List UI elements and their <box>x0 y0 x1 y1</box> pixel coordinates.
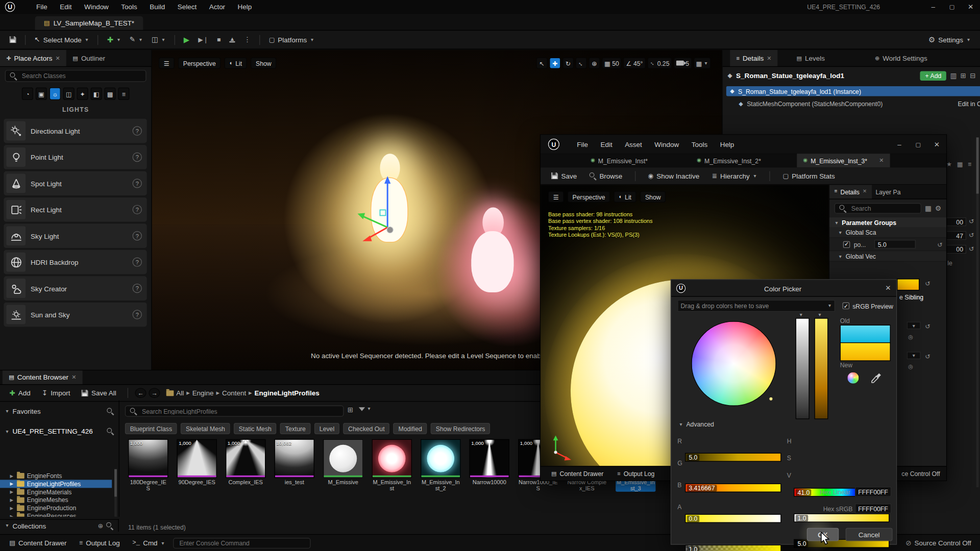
recently-placed-icon[interactable]: ◔ <box>22 87 33 99</box>
lock-icon[interactable]: ⊟ <box>970 72 975 79</box>
settings-dropdown[interactable]: ⚙ Settings▼ <box>924 32 975 47</box>
select-tool-icon[interactable]: ↖ <box>536 58 547 69</box>
select-mode-dropdown[interactable]: ↖ Select Mode▼ <box>30 32 93 47</box>
reset-icon[interactable]: ↺ <box>969 218 974 224</box>
cinematic-category-icon[interactable]: ◫ <box>63 87 75 99</box>
geometry-icon[interactable]: ◧ <box>91 87 102 99</box>
move-tool-icon[interactable]: ✚ <box>549 58 560 69</box>
all-classes-icon[interactable]: ≡ <box>118 87 129 99</box>
mat-menu-edit[interactable]: Edit <box>594 137 619 151</box>
mat-perspective-button[interactable]: Perspective <box>568 191 610 203</box>
rotate-tool-icon[interactable]: ↻ <box>562 58 574 69</box>
close-tab-icon[interactable]: ✕ <box>71 374 76 380</box>
basic-actors-icon[interactable]: ▣ <box>36 87 47 99</box>
asset-tile[interactable]: 1,000 90Degree_IES <box>177 439 217 486</box>
mat-menu-file[interactable]: File <box>571 137 594 151</box>
property-value-fragment[interactable]: 00 <box>944 245 966 254</box>
menu-file[interactable]: File <box>30 0 54 14</box>
mat-content-drawer-button[interactable]: ▤Content Drawer <box>547 468 607 479</box>
menu-window[interactable]: Window <box>78 0 115 14</box>
scalar-parameter-row[interactable]: ✓ po... 5.0 ↺ <box>829 238 946 252</box>
mat-platform-stats-button[interactable]: ▢Platform Stats <box>778 168 839 183</box>
volumes-icon[interactable]: ▩ <box>104 87 115 99</box>
tab-world-settings[interactable]: ⊕ World Settings <box>869 50 934 66</box>
texture-select-fragment[interactable]: ▼ <box>907 352 921 359</box>
visual-effects-icon[interactable]: ✦ <box>77 87 88 99</box>
add-collection-icon[interactable]: ⊕ <box>98 522 103 529</box>
breadcrumb-current[interactable]: EngineLightProfiles <box>255 389 320 397</box>
collections-header[interactable]: ▼ Collections ⊕ <box>0 519 119 532</box>
mat-lit-button[interactable]: ◐Lit <box>614 191 636 203</box>
lights-category-icon[interactable]: ☼ <box>50 87 61 99</box>
mat-viewport-menu-button[interactable]: ☰ <box>548 191 564 203</box>
reset-icon[interactable]: ↺ <box>925 323 930 330</box>
mat-output-log-button[interactable]: ≡Output Log <box>613 468 659 479</box>
menu-build[interactable]: Build <box>143 0 171 14</box>
forward-button[interactable]: → <box>149 388 160 398</box>
mat-save-button[interactable]: Save <box>547 168 581 183</box>
level-tab[interactable]: ▤ LV_SampleMap_B_TEST* <box>35 16 143 30</box>
mat-menu-tools[interactable]: Tools <box>685 137 714 151</box>
filter-chip[interactable]: Skeletal Mesh <box>181 423 230 434</box>
property-value-fragment[interactable]: 00 <box>944 217 966 226</box>
help-icon[interactable]: ? <box>133 179 142 188</box>
asset-tile[interactable]: 1,000 180Degree_IES <box>128 439 168 492</box>
menu-select[interactable]: Select <box>171 0 203 14</box>
parameter-value-field[interactable]: 5.0 <box>875 240 916 248</box>
frame-skip-button[interactable]: ▶❘ <box>194 32 213 47</box>
new-color-swatch[interactable] <box>840 342 891 361</box>
folder-row[interactable]: ▶EngineFonts <box>0 471 112 480</box>
parameter-groups-header[interactable]: ▼ Parameter Groups <box>829 217 946 228</box>
mat-show-button[interactable]: Show <box>640 191 666 203</box>
reset-icon[interactable]: ↺ <box>925 280 930 287</box>
light-item-rect[interactable]: Rect Light ? <box>4 197 146 222</box>
filter-chip[interactable]: Checked Out <box>343 423 389 434</box>
mat-browse-button[interactable]: Browse <box>585 168 627 183</box>
add-content-button[interactable]: ✚▼ <box>103 32 125 47</box>
help-icon[interactable]: ? <box>133 126 142 135</box>
menu-tools[interactable]: Tools <box>115 0 143 14</box>
cb-add-button[interactable]: ✚Add <box>5 387 35 399</box>
mat-minimize-button[interactable]: – <box>890 137 909 151</box>
close-button[interactable]: ✕ <box>961 0 980 14</box>
mat-hierarchy-dropdown[interactable]: ≣Hierarchy▼ <box>707 168 762 183</box>
viewport-layout-button[interactable]: ▦ ▼ <box>694 58 711 69</box>
output-log-button[interactable]: ≡Output Log <box>75 537 124 549</box>
light-item-sky[interactable]: Sky Light ? <box>4 223 146 248</box>
cb-search-bar[interactable] <box>125 406 344 417</box>
stop-button[interactable]: ■ <box>212 32 225 47</box>
light-item-directional[interactable]: Directional Light ? <box>4 119 146 143</box>
light-item-sky-creator[interactable]: Sky Creator ? <box>4 276 146 300</box>
help-icon[interactable]: ? <box>133 231 142 240</box>
old-color-swatch[interactable] <box>840 325 891 344</box>
g-slider[interactable]: 3.416667 <box>685 484 781 492</box>
mat-close-button[interactable]: ✕ <box>927 137 946 151</box>
mat-tab-2[interactable]: ◉ M_Emissive_Inst_2* <box>691 154 767 167</box>
transform-gizmo[interactable] <box>353 173 415 245</box>
picker-close-button[interactable]: ✕ <box>880 281 896 295</box>
light-item-point[interactable]: Point Light ? <box>4 145 146 169</box>
help-icon[interactable]: ? <box>133 205 142 214</box>
filter-chip[interactable]: Blueprint Class <box>125 423 177 434</box>
cancel-button[interactable]: Cancel <box>846 528 893 541</box>
cinematics-button[interactable]: ◫▼ <box>147 32 170 47</box>
breadcrumb-engine[interactable]: Engine <box>192 389 214 397</box>
filter-button[interactable]: ▼ <box>359 407 371 411</box>
close-tab-icon[interactable]: ✕ <box>863 189 867 194</box>
asset-circle-icon[interactable]: ◎ <box>908 364 913 370</box>
rotation-snap-toggle[interactable]: ∠ 45° <box>623 58 645 69</box>
asset-tile[interactable]: 1,000 Complex_IES <box>226 439 265 486</box>
search-icon[interactable] <box>107 428 113 434</box>
mat-tab-details[interactable]: ≡ Details ✕ <box>829 185 872 198</box>
component-row[interactable]: ◆ StaticMeshComponent (StaticMeshCompone… <box>726 98 980 109</box>
asset-circle-icon[interactable]: ◎ <box>908 334 913 340</box>
mat-maximize-button[interactable]: ▢ <box>909 137 927 151</box>
filter-chip[interactable]: Modified <box>394 423 427 434</box>
close-tab-icon[interactable]: ✕ <box>879 158 884 163</box>
tab-outliner[interactable]: ▤ Outliner <box>66 50 111 66</box>
console-input-wrap[interactable] <box>173 538 310 548</box>
breadcrumb-all[interactable]: All <box>176 389 184 397</box>
source-control-status[interactable]: ⊘ Source Control Off <box>905 539 971 547</box>
show-button[interactable]: Show <box>251 58 276 69</box>
search-icon[interactable] <box>107 408 113 414</box>
